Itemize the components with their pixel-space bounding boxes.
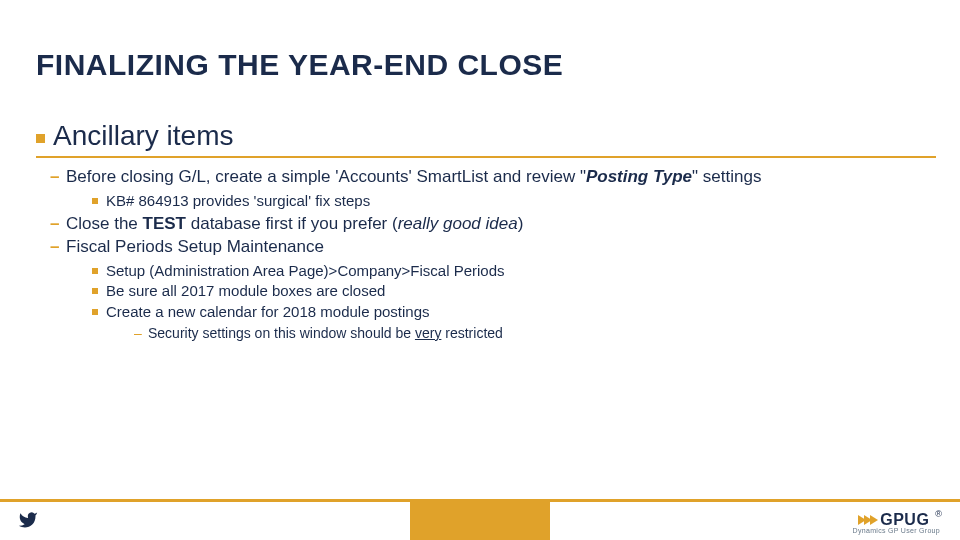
list-item: Setup (Administration Area Page)>Company… (92, 261, 924, 281)
sub-list: Setup (Administration Area Page)>Company… (66, 261, 924, 343)
square-bullet-icon (36, 134, 45, 143)
text: Security settings on this window should … (148, 325, 415, 341)
text: Create a new calendar for 2018 module po… (106, 303, 430, 320)
page-number-tab (410, 502, 550, 540)
list-item: Create a new calendar for 2018 module po… (92, 302, 924, 343)
section-underline (36, 156, 936, 158)
text: database first if you prefer ( (186, 214, 398, 233)
content-section: Ancillary items Before closing G/L, crea… (36, 120, 924, 345)
list-item: Before closing G/L, create a simple 'Acc… (54, 166, 924, 211)
text-emphasis: Posting Type (586, 167, 692, 186)
logo-subtitle: Dynamics GP User Group (853, 527, 940, 534)
slide: FINALIZING THE YEAR-END CLOSE Ancillary … (0, 0, 960, 540)
chevron-icon (858, 515, 876, 525)
twitter-icon (18, 510, 38, 534)
gpug-logo: GPUG ® Dynamics GP User Group (853, 511, 940, 534)
sub-sub-list: Security settings on this window should … (106, 324, 924, 343)
sub-list: KB# 864913 provides 'surgical' fix steps (66, 191, 924, 211)
text-italic: really good idea (398, 214, 518, 233)
section-heading: Ancillary items (36, 120, 924, 152)
text: Close the (66, 214, 143, 233)
text: Before closing G/L, create a simple 'Acc… (66, 167, 586, 186)
list-item: Close the TEST database first if you pre… (54, 213, 924, 236)
list-item: Fiscal Periods Setup Maintenance Setup (… (54, 236, 924, 343)
bullet-list: Before closing G/L, create a simple 'Acc… (36, 166, 924, 343)
text: " settings (692, 167, 761, 186)
text-underline: very (415, 325, 441, 341)
list-item: KB# 864913 provides 'surgical' fix steps (92, 191, 924, 211)
list-item: Security settings on this window should … (136, 324, 924, 343)
slide-title: FINALIZING THE YEAR-END CLOSE (36, 48, 563, 82)
registered-mark: ® (935, 509, 942, 519)
text: ) (518, 214, 524, 233)
list-item: Be sure all 2017 module boxes are closed (92, 281, 924, 301)
section-heading-text: Ancillary items (53, 120, 233, 152)
text: Fiscal Periods Setup Maintenance (66, 237, 324, 256)
text: restricted (441, 325, 502, 341)
text-bold: TEST (143, 214, 186, 233)
